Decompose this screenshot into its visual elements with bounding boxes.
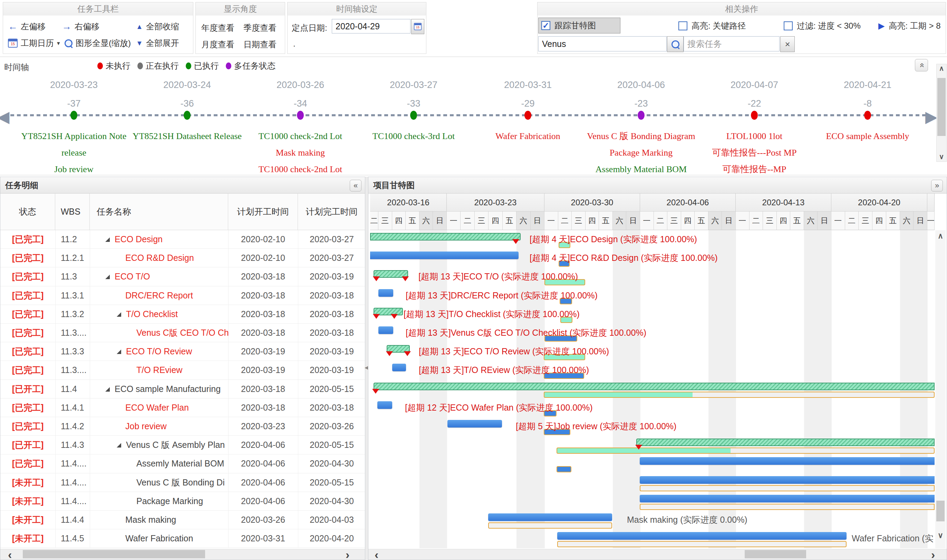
scroll-up-icon[interactable]: ∧ <box>937 64 946 72</box>
gantt-h-scrollbar[interactable]: ‹ › <box>369 549 947 560</box>
table-row[interactable]: [已完工]11.4....Assemly Material BOM2020-04… <box>0 454 365 473</box>
gantt-v-scrollbar[interactable]: ∧ ∨ <box>935 230 945 548</box>
gantt-bar-hatch[interactable] <box>636 438 935 446</box>
gantt-bar-blue[interactable] <box>640 495 935 502</box>
scrollbar-thumb[interactable] <box>745 550 806 558</box>
table-row[interactable]: [未开工]11.4....Venus C 版 Bonding Di2020-04… <box>0 473 365 492</box>
gantt-bar-plan-white[interactable] <box>488 522 612 529</box>
scroll-down-icon[interactable]: ∨ <box>935 531 945 540</box>
tree-toggle-icon[interactable] <box>105 387 110 392</box>
tree-toggle-icon[interactable] <box>117 312 121 317</box>
gantt-row[interactable]: [超期 13 天]T/O Checklist (实际进度 100.00%) <box>370 305 935 324</box>
view-month-button[interactable]: 月度查看 <box>201 39 234 50</box>
gantt-bar-blue[interactable] <box>377 401 392 409</box>
table-row[interactable]: [未开工]11.4....Package Marking2020-04-0620… <box>0 492 365 511</box>
timeline-left-arrow[interactable]: ◀ <box>0 107 9 126</box>
gantt-row[interactable]: Mask making (实际进度 0.00%) <box>370 511 935 529</box>
milestone-dot[interactable] <box>71 111 77 120</box>
shift-left-button[interactable]: ← 左偏移 <box>8 21 46 32</box>
gantt-row[interactable]: [超期 13 天]T/O REview (实际进度 100.00%) <box>370 361 935 380</box>
view-year-button[interactable]: 年度查看 <box>201 22 234 34</box>
gantt-row[interactable]: [超期 5 天]Job review (实际进度 100.00%) <box>370 417 935 436</box>
milestone-dot[interactable] <box>751 111 758 120</box>
column-header-4[interactable]: 计划完工时间 <box>298 194 365 230</box>
collapse-panel-button[interactable]: « <box>350 180 361 191</box>
table-row[interactable]: [已完工]11.3....T/O REview2020-03-192020-03… <box>0 361 365 380</box>
table-h-scrollbar[interactable]: ‹ › <box>0 549 365 560</box>
scrollbar-thumb[interactable] <box>936 501 945 522</box>
table-row[interactable]: [未开工]11.4.5Wafer Fabrication2020-03-3120… <box>0 529 365 548</box>
table-row[interactable]: [已完工]11.3.2T/O Checklist2020-03-182020-0… <box>0 305 365 324</box>
table-row[interactable]: [已完工]11.3.1DRC/ERC Report2020-03-182020-… <box>0 286 365 305</box>
search-project-input[interactable]: Venus <box>538 36 667 51</box>
gantt-bar-hatch[interactable] <box>373 383 935 390</box>
milestone-dot[interactable] <box>864 111 871 120</box>
gantt-row[interactable] <box>370 454 935 473</box>
table-row[interactable]: [已完工]11.2ECO Design2020-02-102020-03-27 <box>0 230 365 249</box>
calendar-button[interactable]: 工期日历 ▾ <box>8 38 60 49</box>
gantt-row[interactable] <box>370 436 935 454</box>
table-row[interactable]: [已开工]11.4.3Venus C 版 Asembly Plan2020-04… <box>0 436 365 454</box>
gantt-bar-blue[interactable] <box>392 364 406 371</box>
gantt-row[interactable]: Wafer Fabrication (实 <box>370 529 935 548</box>
fixed-date-input[interactable]: 2020-04-29 <box>332 19 410 34</box>
timeline-right-arrow[interactable]: ▶ <box>925 107 937 126</box>
gantt-row[interactable]: [超期 13 天]Venus C版 CEO T/O Checklist (实际进… <box>370 324 935 342</box>
gantt-bar-plan-white[interactable] <box>557 541 847 547</box>
gantt-row[interactable]: [超期 13 天]DRC/ERC Report (实际进度 100.00%) <box>370 286 935 305</box>
gantt-bar-blue[interactable] <box>488 514 612 521</box>
table-row[interactable]: [已完工]11.4.2Job review2020-03-232020-03-2… <box>0 417 365 436</box>
tree-toggle-icon[interactable] <box>105 237 110 242</box>
date-picker-button[interactable] <box>411 19 424 34</box>
table-row[interactable]: [已完工]11.4.1ECO Wafer Plan2020-03-182020-… <box>0 398 365 417</box>
collapse-all-button[interactable]: ▲ 全部收缩 <box>136 21 179 32</box>
gantt-bar-blue[interactable] <box>640 457 935 465</box>
gantt-bar-blue[interactable] <box>557 532 847 540</box>
column-header-1[interactable]: WBS <box>55 194 90 230</box>
column-header-3[interactable]: 计划开工时间 <box>228 194 298 230</box>
gantt-bar-blue[interactable] <box>370 252 518 259</box>
gantt-row[interactable]: [超期 13 天]ECO T/O (实际进度 100.00%) <box>370 268 935 286</box>
gantt-bar-plan-blue[interactable] <box>557 466 571 472</box>
gantt-row[interactable]: [超期 13 天]ECO T/O Review (实际进度 100.00%) <box>370 342 935 361</box>
checkbox-empty-icon[interactable] <box>679 22 687 30</box>
milestone-dot[interactable] <box>524 111 531 120</box>
view-quarter-button[interactable]: 季度查看 <box>244 22 276 34</box>
scroll-left-icon[interactable]: ‹ <box>375 548 378 560</box>
milestone-dot[interactable] <box>410 111 417 120</box>
column-header-0[interactable]: 状态 <box>0 194 55 230</box>
milestone-dot[interactable] <box>638 111 645 120</box>
search-task-input[interactable]: 搜索任务 <box>683 36 780 51</box>
track-gantt-toggle[interactable]: ✓ 跟踪甘特图 <box>538 18 620 34</box>
tree-toggle-icon[interactable] <box>117 349 121 354</box>
scroll-down-icon[interactable]: ∨ <box>937 152 946 161</box>
table-row[interactable]: [已开工]11.4ECO sample Manufacturing2020-03… <box>0 380 365 398</box>
gantt-bar-plan-white[interactable] <box>640 485 935 491</box>
view-day-button[interactable]: 日期查看 <box>244 39 276 50</box>
gantt-bar-blue[interactable] <box>378 326 393 334</box>
table-row[interactable]: [已完工]11.3....Venus C版 CEO T/O Ch2020-03-… <box>0 324 365 342</box>
table-row[interactable]: [已完工]11.3.3ECO T/O Review2020-03-192020-… <box>0 342 365 361</box>
milestone-dot[interactable] <box>297 111 304 120</box>
highlight-duration-button[interactable]: ▶ 高亮: 工期 > 8 <box>878 20 941 31</box>
gantt-bar-plan-prog[interactable] <box>544 392 935 398</box>
search-button[interactable] <box>667 36 683 52</box>
tree-toggle-icon[interactable] <box>117 443 121 448</box>
gantt-row[interactable] <box>370 380 935 398</box>
gantt-row[interactable]: [超期 4 天]ECO Design (实际进度 100.00%) <box>370 230 935 249</box>
gantt-bar-plan-prog[interactable] <box>557 448 935 454</box>
table-row[interactable]: [已完工]11.3ECO T/O2020-03-182020-03-19 <box>0 268 365 286</box>
clear-search-button[interactable]: × <box>780 36 795 52</box>
table-row[interactable]: [已完工]11.2.1ECO R&D Design2020-02-102020-… <box>0 249 365 268</box>
highlight-critical-checkbox[interactable]: 高亮: 关键路径 <box>679 20 746 31</box>
gantt-bar-blue[interactable] <box>640 476 935 484</box>
expand-all-button[interactable]: ▼ 全部展开 <box>136 38 179 49</box>
scroll-up-icon[interactable]: ∧ <box>935 232 945 240</box>
scrollbar-thumb[interactable] <box>937 78 945 136</box>
gantt-bar-blue[interactable] <box>447 420 502 428</box>
tree-toggle-icon[interactable] <box>105 275 110 279</box>
column-header-2[interactable]: 任务名称 <box>90 194 228 230</box>
gantt-row[interactable]: [超期 12 天]ECO Wafer Plan (实际进度 100.00%) <box>370 398 935 417</box>
scrollbar-thumb[interactable] <box>23 550 205 558</box>
timeline-scrollbar[interactable]: ∧ ∨ <box>936 64 947 162</box>
